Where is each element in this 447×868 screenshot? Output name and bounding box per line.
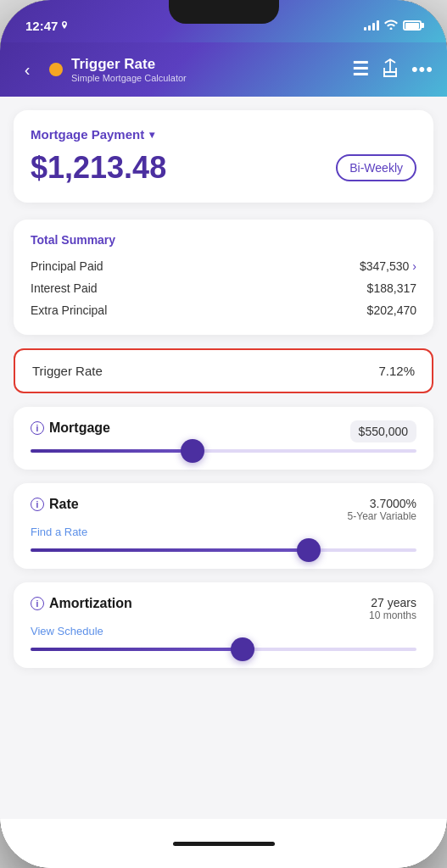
rate-title-area: i Rate <box>31 497 79 512</box>
payment-label: Mortgage Payment ▾ <box>31 127 416 142</box>
nav-dot <box>49 63 63 76</box>
menu-button[interactable]: ☰ <box>352 58 369 81</box>
nav-title: Trigger Rate <box>71 56 187 73</box>
time-label: 12:47 <box>25 19 58 33</box>
rate-info-icon[interactable]: i <box>31 498 44 511</box>
rate-track <box>31 548 416 552</box>
rate-value-area: 3.7000% 5-Year Variable <box>348 497 416 522</box>
phone-frame: 12:47 <box>0 0 447 868</box>
amortization-years: 27 years <box>369 596 416 609</box>
rate-slider-header: i Rate 3.7000% 5-Year Variable <box>31 497 416 522</box>
principal-label: Principal Paid <box>31 259 103 273</box>
amortization-slider-header: i Amortization 27 years 10 months <box>31 596 416 621</box>
amortization-track <box>31 648 416 651</box>
rate-slider[interactable] <box>31 548 416 552</box>
mortgage-value: $550,000 <box>350 420 416 442</box>
amortization-months: 10 months <box>369 609 416 621</box>
nav-title-area: Trigger Rate Simple Mortgage Calculator <box>49 56 344 83</box>
view-schedule-link[interactable]: View Schedule <box>31 625 416 637</box>
find-rate-link[interactable]: Find a Rate <box>31 526 416 538</box>
chevron-down-icon[interactable]: ▾ <box>149 129 154 141</box>
amortization-title: Amortization <box>49 596 132 611</box>
mortgage-fill <box>31 449 193 453</box>
phone-screen: 12:47 <box>0 0 447 868</box>
mortgage-slider-header: i Mortgage $550,000 <box>31 420 416 442</box>
nav-bar: ‹ Trigger Rate Simple Mortgage Calculato… <box>0 42 447 97</box>
interest-label: Interest Paid <box>31 281 98 295</box>
principal-value[interactable]: $347,530 › <box>360 259 416 273</box>
extra-value: $202,470 <box>367 303 416 317</box>
summary-row-interest: Interest Paid $188,317 <box>31 277 416 299</box>
trigger-rate-value: 7.12% <box>378 364 415 378</box>
amortization-value-area: 27 years 10 months <box>369 596 416 621</box>
summary-title: Total Summary <box>31 233 416 247</box>
rate-thumb[interactable] <box>297 538 321 562</box>
home-indicator <box>173 842 275 846</box>
rate-type: 5-Year Variable <box>348 510 416 522</box>
trigger-rate-box: Trigger Rate 7.12% <box>14 348 433 393</box>
battery-icon <box>403 20 422 31</box>
payment-row: $1,213.48 Bi-Weekly <box>31 150 416 186</box>
notch <box>169 0 279 24</box>
nav-title-text: Trigger Rate Simple Mortgage Calculator <box>71 56 187 83</box>
rate-title: Rate <box>49 497 79 512</box>
amortization-title-area: i Amortization <box>31 596 132 611</box>
summary-row-principal: Principal Paid $347,530 › <box>31 255 416 277</box>
summary-section: Total Summary Principal Paid $347,530 › … <box>14 220 433 335</box>
frequency-badge[interactable]: Bi-Weekly <box>336 154 416 181</box>
payment-card: Mortgage Payment ▾ $1,213.48 Bi-Weekly <box>14 110 433 203</box>
amortization-thumb[interactable] <box>231 637 254 661</box>
signal-icon <box>364 20 379 31</box>
mortgage-title: Mortgage <box>49 420 110 436</box>
amortization-slider[interactable] <box>31 648 416 651</box>
nav-subtitle: Simple Mortgage Calculator <box>71 73 187 83</box>
amortization-slider-section: i Amortization 27 years 10 months View S… <box>14 582 433 668</box>
bottom-bar <box>0 819 447 868</box>
mortgage-slider[interactable] <box>31 449 416 453</box>
mortgage-track <box>31 449 416 453</box>
rate-fill <box>31 548 309 552</box>
status-icons <box>364 19 422 32</box>
share-button[interactable] <box>383 58 398 81</box>
rate-value: 3.7000% <box>348 497 416 510</box>
nav-actions: ☰ ••• <box>352 58 433 81</box>
interest-value: $188,317 <box>367 281 416 295</box>
mortgage-title-area: i Mortgage <box>31 420 110 436</box>
amortization-fill <box>31 648 243 651</box>
extra-label: Extra Principal <box>31 303 107 317</box>
principal-chevron: › <box>412 259 416 273</box>
mortgage-thumb[interactable] <box>181 439 204 463</box>
status-time: 12:47 <box>25 19 68 33</box>
payment-amount: $1,213.48 <box>31 150 166 186</box>
mortgage-info-icon[interactable]: i <box>31 421 44 435</box>
payment-label-text: Mortgage Payment <box>31 127 144 142</box>
mortgage-slider-section: i Mortgage $550,000 <box>14 407 433 470</box>
wifi-icon <box>384 19 398 32</box>
summary-row-extra: Extra Principal $202,470 <box>31 299 416 321</box>
main-content: Mortgage Payment ▾ $1,213.48 Bi-Weekly T… <box>0 97 447 819</box>
location-icon <box>61 21 68 31</box>
rate-slider-section: i Rate 3.7000% 5-Year Variable Find a Ra… <box>14 483 433 569</box>
more-button[interactable]: ••• <box>411 58 433 81</box>
back-icon: ‹ <box>25 60 31 80</box>
back-button[interactable]: ‹ <box>14 56 41 83</box>
amortization-info-icon[interactable]: i <box>31 597 44 610</box>
trigger-rate-label: Trigger Rate <box>32 364 103 378</box>
